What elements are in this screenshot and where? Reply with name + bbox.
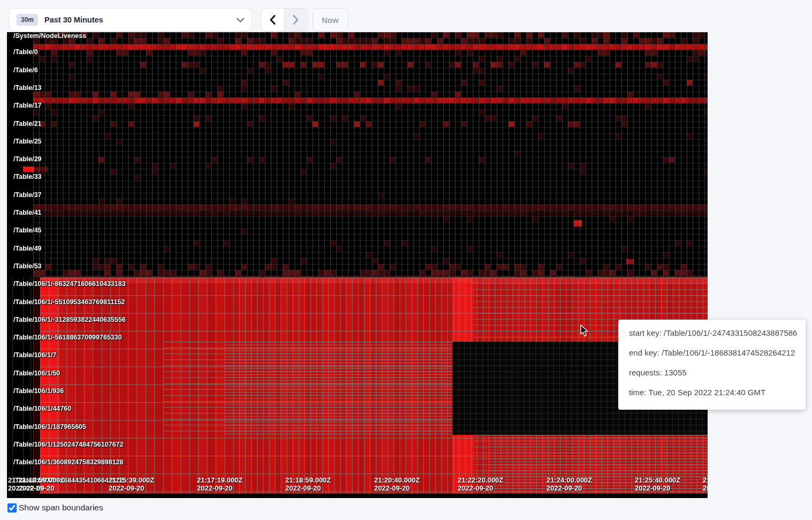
prev-time-button[interactable]	[261, 9, 284, 31]
show-span-boundaries-label: Show span boundaries	[19, 503, 103, 513]
chevron-left-icon	[270, 15, 276, 25]
now-button[interactable]: Now	[313, 8, 348, 32]
tooltip-requests: requests: 13055	[629, 368, 795, 377]
heatmap-container: /System/NodeLiveness/Table/0/Table/6/Tab…	[7, 32, 708, 498]
chevron-right-icon	[293, 15, 299, 25]
key-visualizer-heatmap[interactable]	[7, 32, 708, 498]
time-nav-group	[261, 8, 308, 32]
show-span-boundaries-checkbox[interactable]	[7, 503, 17, 513]
time-range-label: Past 30 Minutes	[44, 16, 237, 24]
tooltip-time: time: Tue, 20 Sep 2022 21:24:40 GMT	[629, 388, 795, 397]
next-time-button[interactable]	[284, 9, 307, 31]
chevron-down-icon	[237, 18, 244, 22]
show-span-boundaries-control: Show span boundaries	[7, 503, 103, 513]
heatmap-tooltip: start key: /Table/106/1/-247433150824388…	[618, 320, 806, 410]
toolbar: 30m Past 30 Minutes Now	[0, 0, 812, 32]
tooltip-start-key: start key: /Table/106/1/-247433150824388…	[629, 328, 795, 337]
time-range-badge: 30m	[17, 14, 38, 26]
tooltip-end-key: end key: /Table/106/1/-18683814745282642…	[629, 348, 795, 357]
time-range-select[interactable]: 30m Past 30 Minutes	[9, 8, 252, 32]
